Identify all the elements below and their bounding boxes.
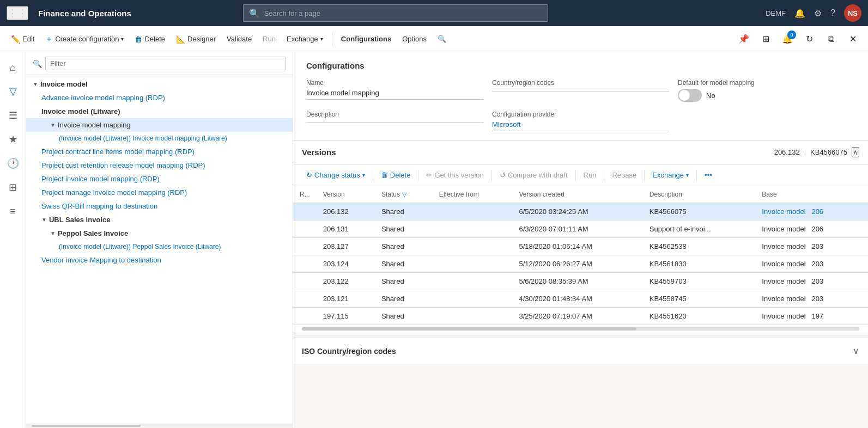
tree-item-advance-invoice[interactable]: Advance invoice model mapping (RDP) (26, 91, 293, 105)
config-section: Configurations Name Invoice model mappin… (293, 52, 868, 140)
toolbar-right: 📌 ⊞ 🔔 0 ↻ ⧉ ✕ (735, 30, 861, 48)
tree-item-invoice-model-mapping[interactable]: ▼ Invoice model mapping (26, 118, 293, 132)
tree-item-invoice-model[interactable]: ▼ Invoice model (26, 77, 293, 91)
avatar[interactable]: NS (844, 4, 861, 22)
version-cell: 197.115 (317, 308, 375, 325)
status-filter-icon[interactable]: ▽ (402, 191, 406, 198)
version-created-cell: 5/12/2020 06:26:27 AM (512, 255, 642, 273)
tree-item-peppol-sales[interactable]: ▼ Peppol Sales Invoice (26, 227, 293, 240)
grid-menu-icon[interactable]: ⋮⋮ (7, 6, 28, 20)
name-value: Invoice model mapping (306, 89, 483, 100)
run-button[interactable]: Run (258, 33, 280, 45)
row-indicator-cell (293, 308, 317, 325)
user-label: DEMF (766, 9, 786, 17)
description-cell: KB4558745 (643, 290, 756, 308)
version-cell: 206.131 (317, 221, 375, 238)
version-created-cell: 6/5/2020 03:24:25 AM (512, 203, 642, 221)
menu-icon[interactable]: ≡ (2, 200, 24, 222)
iso-title: ISO Country/region codes (302, 347, 396, 356)
col-version-created[interactable]: Version created (512, 186, 642, 203)
tree-item-peppol-sales-litware[interactable]: (Invoice model (Litware)) Peppol Sales I… (26, 240, 293, 253)
refresh-icon[interactable]: ↻ (800, 30, 818, 48)
close-icon[interactable]: ✕ (844, 30, 861, 48)
rebase-button[interactable]: Rebase (608, 169, 641, 181)
tree-item-invoice-model-mapping-litware[interactable]: (Invoice model (Litware)) Invoice model … (26, 132, 293, 145)
table-row[interactable]: 203.122 Shared 5/6/2020 08:35:39 AM KB45… (293, 273, 868, 290)
versions-run-button[interactable]: Run (579, 169, 601, 181)
home-icon[interactable]: ⌂ (2, 57, 24, 78)
grid-icon[interactable]: ⊞ (2, 176, 24, 198)
tree-item-project-cust[interactable]: Project cust retention release model map… (26, 158, 293, 172)
tree-filter-input[interactable] (45, 57, 286, 70)
h-scrollbar[interactable] (302, 327, 859, 331)
table-row[interactable]: 206.132 Shared 6/5/2020 03:24:25 AM KB45… (293, 203, 868, 221)
compare-draft-button[interactable]: ↺ Compare with draft (495, 169, 572, 181)
meta-separator: | (804, 148, 806, 156)
table-row[interactable]: 197.115 Shared 3/25/2020 07:19:07 AM KB4… (293, 308, 868, 325)
delete-button[interactable]: 🗑 Delete (130, 33, 169, 46)
table-row[interactable]: 203.127 Shared 5/18/2020 01:06:14 AM KB4… (293, 238, 868, 255)
table-row[interactable]: 203.121 Shared 4/30/2020 01:48:34 AM KB4… (293, 290, 868, 308)
search-bar[interactable]: 🔍 (243, 4, 548, 22)
create-configuration-button[interactable]: ＋ Create configuration ▾ (41, 32, 128, 46)
tree-scrollbar[interactable] (26, 424, 293, 428)
delete-icon: 🗑 (381, 171, 388, 179)
clock-icon[interactable]: 🕐 (2, 152, 24, 174)
toggle-switch[interactable] (678, 89, 702, 102)
versions-delete-button[interactable]: 🗑 Delete (377, 169, 415, 181)
version-created-cell: 6/3/2020 07:01:11 AM (512, 221, 642, 238)
help-icon[interactable]: ? (830, 8, 835, 18)
col-status[interactable]: Status ▽ (375, 186, 433, 203)
favorites-icon[interactable]: ★ (2, 129, 24, 150)
table-row[interactable]: 203.124 Shared 5/12/2020 06:26:27 AM KB4… (293, 255, 868, 273)
settings-icon[interactable]: ⚙ (814, 8, 822, 19)
expand-panel-icon[interactable]: ⊞ (757, 30, 774, 48)
filter-icon: 🔍 (33, 59, 42, 68)
tree-item-ubl-sales[interactable]: ▼ UBL Sales invoice (26, 213, 293, 227)
exchange-button[interactable]: Exchange ▾ (282, 33, 327, 45)
get-version-button[interactable]: ✏ Get this version (422, 169, 488, 181)
designer-button[interactable]: 📐 Designer (172, 33, 220, 46)
validate-button[interactable]: Validate (222, 33, 256, 45)
search-input[interactable] (264, 9, 542, 17)
status-cell: Shared (375, 308, 433, 325)
config-section-title: Configurations (306, 61, 855, 70)
tree-item-project-contract[interactable]: Project contract line items model mappin… (26, 145, 293, 158)
notification-icon[interactable]: 🔔 (794, 8, 805, 19)
change-status-button[interactable]: ↻ Change status ▾ (302, 169, 369, 181)
row-indicator-cell (293, 255, 317, 273)
edit-button[interactable]: ✏️ Edit (7, 33, 39, 46)
config-provider-field-group: Configuration provider Microsoft (492, 111, 669, 131)
effective-from-cell (433, 308, 513, 325)
toggle-label: No (706, 91, 715, 100)
col-effective-from[interactable]: Effective from (433, 186, 513, 203)
config-provider-value[interactable]: Microsoft (492, 120, 669, 131)
table-row[interactable]: 206.131 Shared 6/3/2020 07:01:11 AM Supp… (293, 221, 868, 238)
status-cell: Shared (375, 255, 433, 273)
iso-header[interactable]: ISO Country/region codes ∨ (293, 338, 868, 364)
filter-icon[interactable]: ▽ (2, 81, 24, 102)
restore-icon[interactable]: ⧉ (822, 30, 840, 48)
versions-collapse-icon[interactable]: ∧ (852, 147, 859, 157)
v-sep-6 (644, 170, 645, 181)
list-icon[interactable]: ☰ (2, 105, 24, 126)
col-version[interactable]: Version (317, 186, 375, 203)
versions-exchange-button[interactable]: Exchange ▾ (648, 169, 693, 181)
col-base[interactable]: Base (755, 186, 868, 203)
iso-section: ISO Country/region codes ∨ (293, 338, 868, 364)
tree-item-invoice-model-litware[interactable]: Invoice model (Litware) (26, 105, 293, 118)
more-button[interactable]: ••• (700, 169, 717, 181)
tree-scrollbar-thumb (32, 425, 141, 427)
configurations-button[interactable]: Configurations (337, 33, 396, 45)
pin-icon[interactable]: 📌 (735, 30, 752, 48)
row-indicator-cell (293, 221, 317, 238)
tree-item-vendor-invoice[interactable]: Vendor invoice Mapping to destination (26, 253, 293, 267)
search-toolbar-button[interactable]: 🔍 (433, 33, 451, 45)
col-description[interactable]: Description (643, 186, 756, 203)
country-field-group: Country/region codes (492, 79, 669, 102)
tree-item-project-invoice[interactable]: Project invoice model mapping (RDP) (26, 172, 293, 186)
tree-item-project-manage[interactable]: Project manage invoice model mapping (RD… (26, 186, 293, 199)
tree-item-swiss-qr[interactable]: Swiss QR-Bill mapping to destination (26, 199, 293, 213)
description-field-group: Description (306, 111, 483, 131)
options-button[interactable]: Options (398, 33, 431, 45)
